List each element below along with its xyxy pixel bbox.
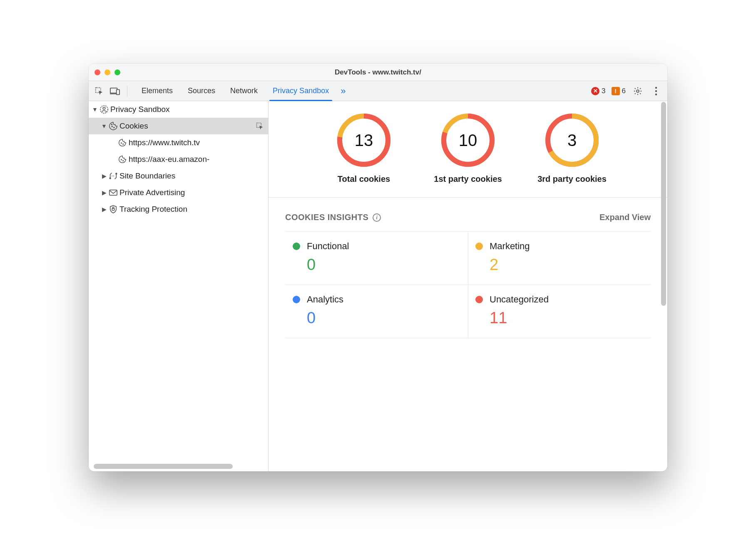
sidebar-item-privacy-sandbox[interactable]: ▼ Privacy Sandbox (89, 101, 268, 118)
sidebar-item-label: Site Boundaries (119, 171, 175, 181)
donut-chart: 10 (440, 113, 495, 168)
shield-lock-icon (108, 205, 119, 214)
sidebar-item-origin[interactable]: https://www.twitch.tv (89, 134, 268, 151)
settings-icon[interactable] (632, 85, 644, 97)
svg-point-5 (655, 90, 657, 92)
category-dot-icon (293, 296, 300, 303)
ring-value: 13 (336, 113, 391, 168)
window-title: DevTools - www.twitch.tv/ (89, 68, 667, 77)
person-circle-icon (99, 105, 109, 114)
svg-point-15 (121, 159, 122, 160)
more-options-icon[interactable] (650, 85, 662, 97)
insight-value: 2 (490, 256, 643, 274)
svg-point-13 (121, 143, 122, 144)
category-dot-icon (475, 243, 483, 250)
devtools-toolbar: Elements Sources Network Privacy Sandbox… (89, 81, 667, 101)
sidebar-item-tracking-protection[interactable]: ▶ Tracking Protection (89, 201, 268, 218)
insight-cell[interactable]: Functional 0 (285, 232, 468, 285)
errors-badge[interactable]: ✕ 3 (591, 87, 605, 95)
insight-value: 0 (307, 256, 460, 274)
chevron-right-icon: ▶ (100, 206, 108, 213)
svg-point-8 (103, 107, 105, 110)
sidebar-item-label: Cookies (119, 121, 148, 131)
info-icon[interactable]: i (373, 213, 381, 222)
main-panel: 13 Total cookies 10 1st party cookies 3 … (269, 101, 667, 471)
svg-point-3 (637, 90, 639, 92)
ring-label: 1st party cookies (434, 173, 502, 185)
sidebar-item-site-boundaries[interactable]: ▶ Site Boundaries (89, 168, 268, 184)
ring-value: 3 (545, 113, 599, 168)
tab-network[interactable]: Network (223, 81, 265, 101)
chevron-right-icon: ▶ (100, 189, 108, 196)
warnings-badge[interactable]: ! 6 (612, 87, 626, 95)
inspect-element-icon[interactable] (92, 84, 106, 98)
svg-point-6 (655, 93, 657, 95)
minimize-icon[interactable] (104, 69, 110, 75)
ring-label: 3rd party cookies (537, 173, 607, 185)
svg-rect-19 (109, 190, 117, 196)
sidebar-item-private-advertising[interactable]: ▶ Private Advertising (89, 184, 268, 201)
summary-ring: 13 Total cookies (324, 113, 403, 185)
toolbar-separator (127, 85, 127, 97)
chevron-down-icon: ▼ (100, 123, 108, 129)
expand-view-button[interactable]: Expand View (599, 213, 651, 222)
chevron-down-icon: ▼ (91, 106, 99, 113)
sidebar-item-origin[interactable]: https://aax-eu.amazon- (89, 151, 268, 168)
tab-elements[interactable]: Elements (134, 81, 180, 101)
svg-point-4 (655, 87, 657, 88)
tab-sources[interactable]: Sources (180, 81, 223, 101)
site-boundaries-icon (108, 171, 119, 181)
panel-tabs: Elements Sources Network Privacy Sandbox… (134, 81, 350, 101)
insights-title: COOKIES INSIGHTS i (285, 213, 381, 222)
category-dot-icon (293, 243, 300, 250)
insight-label: Analytics (307, 294, 343, 305)
sidebar-item-label: Tracking Protection (119, 205, 187, 214)
ring-value: 10 (440, 113, 495, 168)
svg-point-11 (111, 124, 112, 125)
insight-label: Functional (307, 241, 349, 252)
insight-value: 0 (307, 309, 460, 327)
insights-grid: Functional 0 Marketing 2 Analytics 0 Unc… (285, 231, 651, 338)
svg-point-17 (109, 178, 111, 179)
sidebar-item-label: https://aax-eu.amazon- (129, 155, 209, 164)
warning-icon: ! (612, 87, 620, 95)
svg-point-9 (112, 126, 112, 127)
close-icon[interactable] (94, 69, 100, 75)
category-dot-icon (475, 296, 483, 303)
devtools-window: DevTools - www.twitch.tv/ Elements Sourc… (89, 64, 667, 471)
zoom-icon[interactable] (114, 69, 120, 75)
cookie-icon (117, 155, 128, 163)
errors-count: 3 (602, 87, 605, 95)
svg-rect-2 (117, 89, 119, 94)
insight-label: Uncategorized (490, 294, 549, 305)
vertical-scrollbar[interactable] (660, 101, 667, 471)
svg-point-14 (123, 144, 124, 145)
insight-cell[interactable]: Marketing 2 (468, 232, 651, 285)
donut-chart: 13 (336, 113, 391, 168)
cookie-icon (108, 121, 119, 131)
svg-point-18 (116, 173, 117, 174)
cookies-insights-section: COOKIES INSIGHTS i Expand View Functiona… (269, 198, 667, 338)
sidebar-item-cookies[interactable]: ▼ Cookies (89, 118, 268, 134)
more-tabs-button[interactable]: » (336, 81, 350, 101)
insight-label: Marketing (490, 241, 530, 252)
device-toolbar-icon[interactable] (108, 84, 122, 98)
traffic-lights (94, 69, 120, 75)
sidebar-item-label: https://www.twitch.tv (129, 138, 200, 147)
tab-privacy-sandbox[interactable]: Privacy Sandbox (265, 81, 336, 101)
horizontal-scrollbar[interactable] (94, 464, 252, 469)
error-icon: ✕ (591, 87, 599, 95)
donut-chart: 3 (545, 113, 599, 168)
svg-point-16 (123, 161, 124, 161)
sidebar: ▼ Privacy Sandbox ▼ Cookies (89, 101, 269, 471)
select-element-icon[interactable] (256, 122, 264, 130)
cookie-icon (117, 139, 128, 147)
mail-icon (108, 189, 119, 196)
summary-ring: 10 1st party cookies (428, 113, 507, 185)
sidebar-item-label: Privacy Sandbox (110, 105, 170, 114)
insight-cell[interactable]: Analytics 0 (285, 285, 468, 338)
svg-rect-20 (112, 208, 114, 211)
svg-point-10 (114, 127, 114, 128)
insight-cell[interactable]: Uncategorized 11 (468, 285, 651, 338)
chevron-right-icon: ▶ (100, 173, 108, 179)
